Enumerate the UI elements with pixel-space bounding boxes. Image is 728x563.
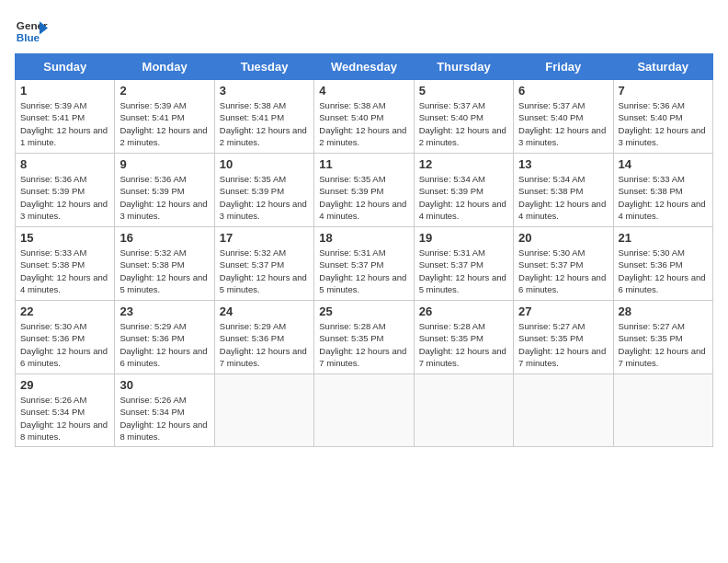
day-number: 21 bbox=[619, 231, 708, 245]
day-number: 24 bbox=[220, 304, 309, 318]
calendar-cell-day-5: 5 Sunrise: 5:37 AM Sunset: 5:40 PM Dayli… bbox=[414, 80, 513, 154]
day-number: 12 bbox=[419, 157, 508, 171]
day-number: 20 bbox=[518, 231, 608, 245]
logo: General Blue bbox=[15, 15, 48, 48]
day-number: 14 bbox=[619, 157, 708, 171]
cell-info: Sunrise: 5:32 AM Sunset: 5:37 PM Dayligh… bbox=[220, 247, 309, 295]
day-number: 4 bbox=[319, 84, 408, 98]
cell-info: Sunrise: 5:28 AM Sunset: 5:35 PM Dayligh… bbox=[419, 320, 508, 369]
day-number: 8 bbox=[20, 157, 109, 171]
day-number: 29 bbox=[20, 378, 109, 392]
calendar-cell-day-17: 17 Sunrise: 5:32 AM Sunset: 5:37 PM Dayl… bbox=[214, 227, 313, 301]
weekday-header-wednesday: Wednesday bbox=[314, 54, 414, 80]
cell-info: Sunrise: 5:31 AM Sunset: 5:37 PM Dayligh… bbox=[319, 247, 408, 295]
day-number: 30 bbox=[119, 378, 209, 392]
calendar-cell-day-30: 30 Sunrise: 5:26 AM Sunset: 5:34 PM Dayl… bbox=[115, 374, 214, 447]
day-number: 3 bbox=[220, 84, 309, 98]
calendar-cell-day-23: 23 Sunrise: 5:29 AM Sunset: 5:36 PM Dayl… bbox=[115, 301, 214, 374]
weekday-header-sunday: Sunday bbox=[16, 54, 115, 80]
cell-info: Sunrise: 5:36 AM Sunset: 5:39 PM Dayligh… bbox=[119, 173, 209, 222]
calendar-cell-day-18: 18 Sunrise: 5:31 AM Sunset: 5:37 PM Dayl… bbox=[314, 227, 414, 301]
cell-info: Sunrise: 5:38 AM Sunset: 5:41 PM Dayligh… bbox=[220, 99, 309, 148]
day-number: 13 bbox=[518, 157, 608, 171]
cell-info: Sunrise: 5:27 AM Sunset: 5:35 PM Dayligh… bbox=[518, 320, 608, 369]
day-number: 5 bbox=[419, 84, 508, 98]
day-number: 19 bbox=[419, 231, 508, 245]
day-number: 18 bbox=[319, 231, 408, 245]
cell-info: Sunrise: 5:30 AM Sunset: 5:36 PM Dayligh… bbox=[619, 247, 708, 295]
cell-info: Sunrise: 5:35 AM Sunset: 5:39 PM Dayligh… bbox=[319, 173, 408, 222]
calendar-cell-day-19: 19 Sunrise: 5:31 AM Sunset: 5:37 PM Dayl… bbox=[414, 227, 513, 301]
cell-info: Sunrise: 5:29 AM Sunset: 5:36 PM Dayligh… bbox=[119, 320, 209, 369]
calendar-cell-day-16: 16 Sunrise: 5:32 AM Sunset: 5:38 PM Dayl… bbox=[115, 227, 214, 301]
cell-info: Sunrise: 5:34 AM Sunset: 5:38 PM Dayligh… bbox=[518, 173, 608, 222]
weekday-header-tuesday: Tuesday bbox=[214, 54, 313, 80]
cell-info: Sunrise: 5:32 AM Sunset: 5:38 PM Dayligh… bbox=[119, 247, 209, 295]
calendar-cell-day-13: 13 Sunrise: 5:34 AM Sunset: 5:38 PM Dayl… bbox=[514, 154, 613, 227]
day-number: 9 bbox=[119, 157, 209, 171]
weekday-header-friday: Friday bbox=[514, 54, 613, 80]
calendar-cell-day-6: 6 Sunrise: 5:37 AM Sunset: 5:40 PM Dayli… bbox=[514, 80, 613, 154]
calendar-cell-day-10: 10 Sunrise: 5:35 AM Sunset: 5:39 PM Dayl… bbox=[214, 154, 313, 227]
cell-info: Sunrise: 5:26 AM Sunset: 5:34 PM Dayligh… bbox=[119, 394, 209, 442]
day-number: 10 bbox=[220, 157, 309, 171]
cell-info: Sunrise: 5:26 AM Sunset: 5:34 PM Dayligh… bbox=[20, 394, 109, 442]
cell-info: Sunrise: 5:27 AM Sunset: 5:35 PM Dayligh… bbox=[619, 320, 708, 369]
calendar-cell-day-27: 27 Sunrise: 5:27 AM Sunset: 5:35 PM Dayl… bbox=[514, 301, 613, 374]
calendar-cell-day-29: 29 Sunrise: 5:26 AM Sunset: 5:34 PM Dayl… bbox=[16, 374, 115, 447]
empty-cell bbox=[214, 374, 313, 447]
cell-info: Sunrise: 5:33 AM Sunset: 5:38 PM Dayligh… bbox=[20, 247, 109, 295]
cell-info: Sunrise: 5:36 AM Sunset: 5:39 PM Dayligh… bbox=[20, 173, 109, 222]
calendar-cell-day-28: 28 Sunrise: 5:27 AM Sunset: 5:35 PM Dayl… bbox=[613, 301, 712, 374]
calendar-cell-day-26: 26 Sunrise: 5:28 AM Sunset: 5:35 PM Dayl… bbox=[414, 301, 513, 374]
day-number: 17 bbox=[220, 231, 309, 245]
calendar-cell-day-22: 22 Sunrise: 5:30 AM Sunset: 5:36 PM Dayl… bbox=[16, 301, 115, 374]
cell-info: Sunrise: 5:38 AM Sunset: 5:40 PM Dayligh… bbox=[319, 99, 408, 148]
cell-info: Sunrise: 5:35 AM Sunset: 5:39 PM Dayligh… bbox=[220, 173, 309, 222]
empty-cell bbox=[613, 374, 712, 447]
cell-info: Sunrise: 5:36 AM Sunset: 5:40 PM Dayligh… bbox=[619, 99, 708, 148]
cell-info: Sunrise: 5:39 AM Sunset: 5:41 PM Dayligh… bbox=[119, 99, 209, 148]
calendar-cell-day-14: 14 Sunrise: 5:33 AM Sunset: 5:38 PM Dayl… bbox=[613, 154, 712, 227]
day-number: 11 bbox=[319, 157, 408, 171]
day-number: 16 bbox=[119, 231, 209, 245]
cell-info: Sunrise: 5:34 AM Sunset: 5:39 PM Dayligh… bbox=[419, 173, 508, 222]
day-number: 6 bbox=[518, 84, 608, 98]
day-number: 25 bbox=[319, 304, 408, 318]
calendar-cell-day-24: 24 Sunrise: 5:29 AM Sunset: 5:36 PM Dayl… bbox=[214, 301, 313, 374]
cell-info: Sunrise: 5:37 AM Sunset: 5:40 PM Dayligh… bbox=[419, 99, 508, 148]
calendar-cell-day-20: 20 Sunrise: 5:30 AM Sunset: 5:37 PM Dayl… bbox=[514, 227, 613, 301]
day-number: 7 bbox=[619, 84, 708, 98]
weekday-header-monday: Monday bbox=[115, 54, 214, 80]
calendar-cell-day-1: 1 Sunrise: 5:39 AM Sunset: 5:41 PM Dayli… bbox=[16, 80, 115, 154]
calendar-cell-day-11: 11 Sunrise: 5:35 AM Sunset: 5:39 PM Dayl… bbox=[314, 154, 414, 227]
day-number: 26 bbox=[419, 304, 508, 318]
calendar-cell-day-2: 2 Sunrise: 5:39 AM Sunset: 5:41 PM Dayli… bbox=[115, 80, 214, 154]
calendar-cell-day-3: 3 Sunrise: 5:38 AM Sunset: 5:41 PM Dayli… bbox=[214, 80, 313, 154]
calendar-cell-day-25: 25 Sunrise: 5:28 AM Sunset: 5:35 PM Dayl… bbox=[314, 301, 414, 374]
calendar-cell-day-12: 12 Sunrise: 5:34 AM Sunset: 5:39 PM Dayl… bbox=[414, 154, 513, 227]
cell-info: Sunrise: 5:29 AM Sunset: 5:36 PM Dayligh… bbox=[220, 320, 309, 369]
calendar-cell-day-9: 9 Sunrise: 5:36 AM Sunset: 5:39 PM Dayli… bbox=[115, 154, 214, 227]
cell-info: Sunrise: 5:37 AM Sunset: 5:40 PM Dayligh… bbox=[518, 99, 608, 148]
calendar-cell-day-7: 7 Sunrise: 5:36 AM Sunset: 5:40 PM Dayli… bbox=[613, 80, 712, 154]
day-number: 28 bbox=[619, 304, 708, 318]
calendar-cell-day-15: 15 Sunrise: 5:33 AM Sunset: 5:38 PM Dayl… bbox=[16, 227, 115, 301]
cell-info: Sunrise: 5:28 AM Sunset: 5:35 PM Dayligh… bbox=[319, 320, 408, 369]
cell-info: Sunrise: 5:39 AM Sunset: 5:41 PM Dayligh… bbox=[20, 99, 109, 148]
day-number: 1 bbox=[20, 84, 109, 98]
cell-info: Sunrise: 5:30 AM Sunset: 5:37 PM Dayligh… bbox=[518, 247, 608, 295]
calendar-cell-day-21: 21 Sunrise: 5:30 AM Sunset: 5:36 PM Dayl… bbox=[613, 227, 712, 301]
calendar-cell-day-8: 8 Sunrise: 5:36 AM Sunset: 5:39 PM Dayli… bbox=[16, 154, 115, 227]
day-number: 27 bbox=[518, 304, 608, 318]
day-number: 22 bbox=[20, 304, 109, 318]
empty-cell bbox=[414, 374, 513, 447]
day-number: 15 bbox=[20, 231, 109, 245]
day-number: 23 bbox=[119, 304, 209, 318]
svg-text:Blue: Blue bbox=[17, 31, 40, 43]
weekday-header-saturday: Saturday bbox=[613, 54, 712, 80]
cell-info: Sunrise: 5:33 AM Sunset: 5:38 PM Dayligh… bbox=[619, 173, 708, 222]
cell-info: Sunrise: 5:30 AM Sunset: 5:36 PM Dayligh… bbox=[20, 320, 109, 369]
weekday-header-thursday: Thursday bbox=[414, 54, 513, 80]
calendar-cell-day-4: 4 Sunrise: 5:38 AM Sunset: 5:40 PM Dayli… bbox=[314, 80, 414, 154]
